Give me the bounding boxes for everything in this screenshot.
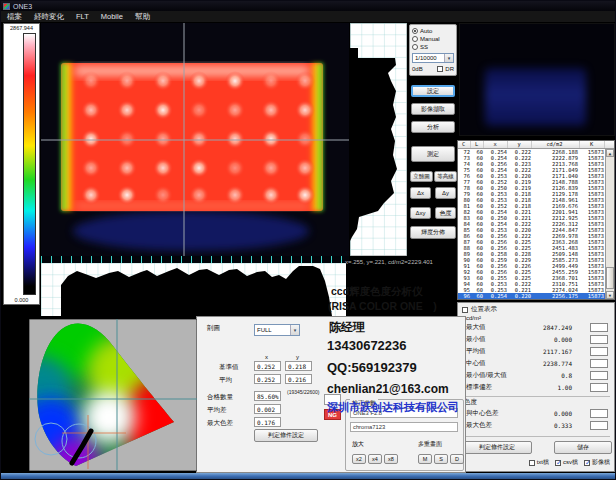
multi-m-button[interactable]: M	[418, 454, 432, 464]
radio-ss-circle[interactable]	[412, 44, 418, 50]
zoom-x4-button[interactable]: x4	[368, 454, 382, 464]
menubar: 檔案 経時変化 FLT Mobile 幫助	[1, 11, 616, 23]
min-value: 0.000	[554, 336, 572, 343]
multi-d-button[interactable]: D	[450, 454, 464, 464]
luminance-colorbar: 2867.944 0.000	[3, 23, 40, 305]
col-x[interactable]: x	[484, 141, 508, 148]
radio-manual[interactable]: Manual	[412, 35, 454, 43]
app-icon	[3, 3, 10, 10]
vertical-profile-plot	[350, 23, 407, 256]
radio-manual-label: Manual	[420, 36, 440, 42]
center-value-box[interactable]	[590, 359, 608, 368]
horizontal-profile-plot	[41, 263, 346, 316]
zoom-x2-button[interactable]: x2	[352, 454, 366, 464]
app-window: ONE3 檔案 経時変化 FLT Mobile 幫助 2867.944 0.00…	[0, 0, 616, 480]
analyze-button[interactable]: 分析	[411, 121, 455, 133]
menu-file[interactable]: 檔案	[1, 11, 28, 23]
max-diff-value[interactable]: 0.176	[254, 417, 281, 427]
average-y[interactable]: 0.216	[285, 374, 312, 384]
minmax-ratio: 0.8	[561, 372, 572, 379]
shutter-value: 1/10000	[415, 55, 437, 61]
txt-checkbox-box[interactable]	[529, 460, 535, 466]
scroll-down-icon[interactable]: ▼	[606, 291, 614, 299]
camera-preview[interactable]	[459, 23, 615, 136]
pass-count-value[interactable]: 85.60%	[254, 391, 281, 401]
luminance-heatmap[interactable]	[41, 23, 349, 256]
multi-s-button[interactable]: S	[434, 454, 448, 464]
cie-chromaticity-diagram[interactable]	[29, 319, 197, 471]
view-3d-button[interactable]: 立體圖	[410, 171, 433, 182]
shutter-select[interactable]: 1/10000 ▾	[412, 53, 454, 63]
avg-diff-label: 平均差	[207, 406, 227, 415]
chevron-down-icon[interactable]: ▾	[290, 325, 299, 335]
measure-button[interactable]: 測定	[411, 146, 455, 162]
average-label: 平均	[219, 376, 232, 385]
txt-file-checkbox[interactable]: txt檔	[529, 458, 549, 467]
csv-file-checkbox[interactable]: csv檔	[555, 458, 578, 467]
delta-x-button[interactable]: Δx	[410, 187, 431, 199]
chroma-button[interactable]: 色度	[435, 207, 456, 219]
max-color-diff-box[interactable]	[590, 421, 608, 430]
table-scrollbar[interactable]: ▲ ▼	[605, 149, 614, 299]
capture-controls: Auto Manual SS 1/10000 ▾ 0dB	[409, 24, 457, 264]
client-area: 2867.944 0.000	[1, 23, 616, 473]
table-header: C L x y cd/m2 K	[458, 141, 614, 149]
menu-time-change[interactable]: 経時変化	[28, 11, 70, 23]
image-checkbox-box[interactable]	[584, 460, 590, 466]
menu-flt[interactable]: FLT	[70, 11, 95, 23]
stats-col-y: y	[296, 354, 299, 360]
image-file-checkbox[interactable]: 影像檔	[584, 458, 610, 467]
judge-condition-button[interactable]: 判定條件設定	[462, 441, 532, 454]
menu-help[interactable]: 幫助	[129, 11, 156, 23]
delta-xy-button[interactable]: Δxy	[410, 207, 431, 219]
col-l[interactable]: L	[471, 141, 484, 148]
colorbar-max-value: 2867.944	[4, 25, 39, 31]
min-value-box[interactable]	[590, 335, 608, 344]
scroll-up-icon[interactable]: ▲	[606, 149, 614, 157]
zoom-x8-button[interactable]: x8	[384, 454, 398, 464]
stddev-value-box[interactable]	[590, 383, 608, 392]
heatmap-blue-glow	[73, 211, 309, 251]
csv-checkbox-box[interactable]	[555, 460, 561, 466]
max-value-box[interactable]	[590, 323, 608, 332]
col-y[interactable]: y	[508, 141, 532, 148]
menu-mobile[interactable]: Mobile	[95, 11, 129, 23]
chevron-down-icon[interactable]: ▾	[444, 54, 453, 62]
table-cell: 0.220	[508, 293, 532, 299]
col-c[interactable]: C	[458, 141, 471, 148]
minmax-ratio-box[interactable]	[590, 371, 608, 380]
dr-checkbox[interactable]: DR	[437, 66, 454, 72]
pos-row-min: 最小值 0.000	[466, 334, 612, 345]
range-select[interactable]: FULL ▾	[254, 324, 300, 336]
radio-manual-circle[interactable]	[412, 36, 418, 42]
scrollbar-thumb[interactable]	[606, 267, 614, 289]
judge-condition-button-2[interactable]: 判定條件設定	[254, 429, 318, 442]
exposure-group: Auto Manual SS 1/10000 ▾ 0dB	[409, 24, 457, 76]
luminance-dist-button[interactable]: 輝度分佈	[410, 226, 456, 239]
image-capture-button[interactable]: 影像擷取	[411, 103, 455, 115]
dr-checkbox-box[interactable]	[437, 66, 443, 72]
radio-auto[interactable]: Auto	[412, 27, 454, 35]
avg-diff-value[interactable]: 0.002	[254, 404, 281, 414]
avg-value-box[interactable]	[590, 347, 608, 356]
table-row[interactable]: 96600.2540.2202256.17515873	[458, 293, 605, 299]
stats-col-x: x	[265, 354, 268, 360]
table-cell: 0.254	[484, 293, 508, 299]
radio-auto-circle[interactable]	[412, 28, 418, 34]
result-panel: 位置表示 cd/m² 最大值 2847.249 最小值 0.000 平均值 21…	[457, 302, 615, 472]
contour-button[interactable]: 等高線	[434, 171, 457, 182]
center-color-diff-box[interactable]	[590, 409, 608, 418]
reference-x[interactable]: 0.252	[254, 361, 281, 371]
average-x[interactable]: 0.252	[254, 374, 281, 384]
titlebar[interactable]: ONE3	[1, 1, 616, 11]
reference-y[interactable]: 0.218	[285, 361, 312, 371]
delta-y-button[interactable]: Δy	[435, 187, 456, 199]
chroma-row-center-diff: 與中心色差 0.000	[466, 408, 612, 419]
position-display-checkbox[interactable]	[462, 307, 468, 313]
col-k[interactable]: K	[580, 141, 605, 148]
col-cdm2[interactable]: cd/m2	[532, 141, 580, 148]
save-button[interactable]: 儲存	[554, 441, 612, 454]
radio-ss[interactable]: SS	[412, 43, 454, 51]
calibration-field-2[interactable]: chroma7123	[350, 422, 458, 432]
set-button[interactable]: 設定	[411, 85, 455, 97]
